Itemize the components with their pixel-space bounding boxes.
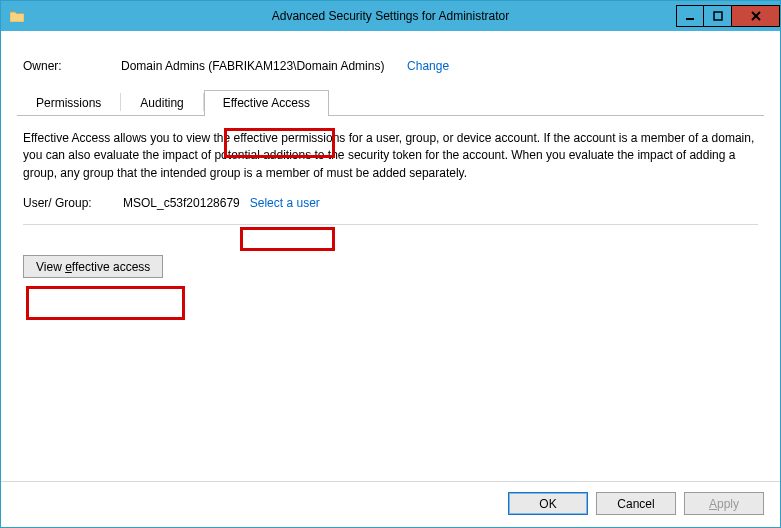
owner-value: Domain Admins (FABRIKAM123\Domain Admins…	[121, 59, 384, 73]
ok-button[interactable]: OK	[508, 492, 588, 515]
user-group-label: User/ Group:	[23, 196, 113, 210]
window-controls	[676, 5, 780, 27]
tab-permissions[interactable]: Permissions	[17, 90, 120, 116]
user-group-row: User/ Group: MSOL_c53f20128679 Select a …	[23, 196, 758, 224]
tab-auditing[interactable]: Auditing	[121, 90, 202, 116]
cancel-button[interactable]: Cancel	[596, 492, 676, 515]
divider	[23, 224, 758, 225]
change-owner-link[interactable]: Change	[407, 59, 449, 73]
owner-row: Owner: Domain Admins (FABRIKAM123\Domain…	[17, 45, 764, 87]
minimize-button[interactable]	[676, 5, 704, 27]
titlebar: Advanced Security Settings for Administr…	[1, 1, 780, 31]
user-group-value: MSOL_c53f20128679	[123, 196, 240, 210]
tab-effective-access[interactable]: Effective Access	[204, 90, 329, 116]
tab-panel-effective-access: Effective Access allows you to view the …	[17, 116, 764, 481]
close-button[interactable]	[732, 5, 780, 27]
folder-icon	[9, 8, 25, 24]
client-area: Owner: Domain Admins (FABRIKAM123\Domain…	[1, 31, 780, 481]
svg-rect-1	[714, 12, 722, 20]
maximize-button[interactable]	[704, 5, 732, 27]
effective-access-description: Effective Access allows you to view the …	[23, 130, 758, 182]
select-user-link[interactable]: Select a user	[250, 196, 320, 210]
apply-button: Apply	[684, 492, 764, 515]
dialog-footer: OK Cancel Apply	[1, 481, 780, 527]
window: Advanced Security Settings for Administr…	[0, 0, 781, 528]
tab-strip: Permissions Auditing Effective Access	[17, 89, 764, 116]
window-title: Advanced Security Settings for Administr…	[1, 9, 780, 23]
view-effective-access-button[interactable]: View effective access	[23, 255, 163, 278]
owner-label: Owner:	[23, 59, 113, 73]
